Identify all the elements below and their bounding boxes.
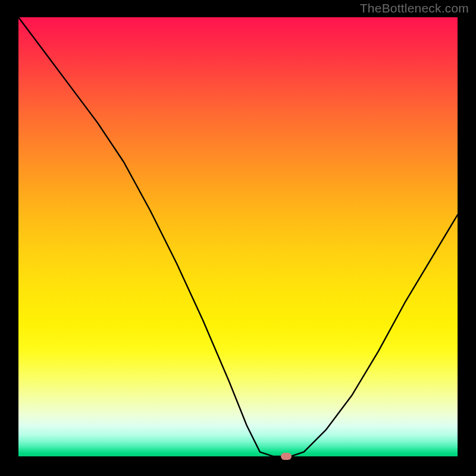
- optimal-marker: [281, 453, 292, 460]
- watermark-text: TheBottleneck.com: [360, 1, 469, 15]
- curve-path: [18, 17, 458, 456]
- bottleneck-curve: [18, 17, 458, 456]
- plot-area: [18, 17, 458, 456]
- chart-frame: TheBottleneck.com: [0, 0, 476, 476]
